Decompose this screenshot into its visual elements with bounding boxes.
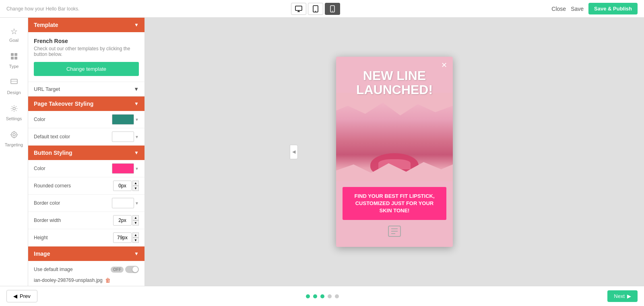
sidebar-item-type[interactable]: Type: [0, 47, 28, 74]
popup-cta-button[interactable]: FIND YOUR BEST FIT LIPSTICK, CUSTOMIZED …: [343, 187, 446, 220]
dot-3[interactable]: [320, 294, 324, 298]
sidebar-item-goal[interactable]: ☆ Goal: [0, 22, 28, 47]
url-target-section[interactable]: URL Target ▼: [28, 82, 144, 97]
sidebar-item-type-label: Type: [9, 64, 19, 69]
popup-preview: ✕ NEW LINE LAUNCHED! FIND YOUR BEST FIT …: [336, 57, 453, 247]
border-width-row: Border width ▲ ▼: [28, 212, 144, 229]
panel-collapse-btn[interactable]: ◀: [290, 145, 298, 159]
desktop-device-btn[interactable]: [291, 3, 306, 15]
border-color-swatch[interactable]: [112, 198, 134, 208]
border-width-down[interactable]: ▼: [132, 220, 139, 226]
default-text-color-label: Default text color: [34, 134, 70, 140]
color-swatch[interactable]: [112, 114, 134, 125]
tablet-device-btn[interactable]: [308, 3, 323, 15]
use-default-toggle[interactable]: OFF: [111, 266, 139, 273]
btn-color-row: Color ▼: [28, 160, 144, 177]
save-button[interactable]: Save: [571, 6, 584, 12]
next-button[interactable]: Next ▶: [607, 290, 638, 302]
device-switcher: [291, 3, 340, 15]
dot-4[interactable]: [328, 294, 332, 298]
delete-image-icon[interactable]: 🗑: [105, 277, 111, 283]
dot-2[interactable]: [313, 294, 317, 298]
topbar-actions: Close Save Save & Publish: [551, 3, 638, 14]
url-target-chevron-icon: ▼: [134, 86, 139, 92]
svg-point-15: [13, 133, 15, 136]
close-button[interactable]: Close: [551, 6, 566, 12]
image-section-header[interactable]: Image ▼: [28, 246, 144, 261]
color-picker[interactable]: ▼: [112, 114, 139, 125]
sidebar-item-settings[interactable]: Settings: [0, 100, 28, 126]
default-text-color-row: Default text color ▼: [28, 128, 144, 146]
next-label: Next: [614, 293, 625, 299]
template-name: French Rose: [34, 38, 139, 44]
url-target-label: URL Target: [34, 86, 60, 92]
toggle-knob: [132, 267, 138, 272]
button-styling-label: Button Styling: [34, 150, 72, 156]
popup-close-icon[interactable]: ✕: [441, 61, 447, 70]
border-width-up[interactable]: ▲: [132, 215, 139, 220]
publish-button[interactable]: Save & Publish: [588, 3, 638, 14]
use-default-image-label: Use default image: [34, 267, 73, 272]
svg-rect-10: [14, 57, 17, 60]
text-color-swatch[interactable]: [112, 131, 134, 142]
border-width-input[interactable]: [113, 215, 132, 226]
dot-5[interactable]: [335, 294, 339, 298]
btn-color-picker[interactable]: ▼: [112, 163, 139, 174]
design-icon: [10, 78, 18, 88]
border-width-spin: ▲ ▼: [132, 215, 139, 226]
svg-point-4: [315, 11, 316, 12]
height-row: Height ▲ ▼: [28, 229, 144, 246]
prev-button[interactable]: ◀ Prev: [6, 290, 37, 302]
btn-color-dropdown-icon[interactable]: ▼: [135, 166, 139, 171]
progress-dots: [306, 294, 339, 298]
image-header-label: Image: [34, 251, 50, 257]
sidebar-item-design[interactable]: Design: [0, 74, 28, 100]
page-takeover-label: Page Takeover Styling: [34, 101, 93, 107]
svg-point-6: [332, 10, 333, 11]
border-color-picker[interactable]: ▼: [112, 198, 139, 208]
template-section-header[interactable]: Template ▼: [28, 18, 144, 32]
svg-rect-7: [11, 53, 14, 56]
height-input-group: ▲ ▼: [113, 232, 139, 243]
border-width-label: Border width: [34, 218, 61, 223]
image-chevron-icon: ▼: [134, 251, 139, 257]
dot-1[interactable]: [306, 294, 310, 298]
rounded-corners-input-group: ▲ ▼: [113, 181, 139, 191]
image-filename-row: ian-dooley-298769-unsplash.jpg 🗑: [34, 277, 139, 283]
border-color-dropdown-icon[interactable]: ▼: [135, 201, 139, 205]
height-input[interactable]: [113, 232, 132, 243]
rounded-corners-down[interactable]: ▼: [132, 186, 139, 191]
sidebar-nav: ☆ Goal Type Design Settings Targeting: [0, 18, 28, 286]
image-section-body: Use default image OFF ian-dooley-298769-…: [28, 261, 144, 286]
toggle-state-label: OFF: [111, 267, 124, 273]
border-color-label: Border color: [34, 200, 60, 206]
prev-arrow-icon: ◀: [13, 293, 17, 299]
page-takeover-header[interactable]: Page Takeover Styling ▼: [28, 97, 144, 111]
rounded-corners-input[interactable]: [113, 181, 132, 191]
popup-image-area: [336, 93, 453, 181]
btn-color-label: Color: [34, 166, 45, 171]
use-default-image-row: Use default image OFF: [34, 266, 139, 273]
height-up[interactable]: ▲: [132, 232, 139, 238]
toggle-box[interactable]: [125, 266, 139, 273]
button-styling-header[interactable]: Button Styling ▼: [28, 146, 144, 160]
goal-icon: ☆: [10, 27, 18, 36]
template-section-body: French Rose Check out our other template…: [28, 32, 144, 82]
color-dropdown-icon[interactable]: ▼: [135, 117, 139, 122]
height-down[interactable]: ▼: [132, 238, 139, 243]
sidebar-item-targeting[interactable]: Targeting: [0, 126, 28, 152]
height-spin: ▲ ▼: [132, 232, 139, 243]
text-color-picker[interactable]: ▼: [112, 131, 139, 142]
rounded-corners-up[interactable]: ▲: [132, 181, 139, 186]
change-template-button[interactable]: Change template: [34, 62, 139, 76]
height-label: Height: [34, 235, 48, 240]
rounded-corners-row: Rounded corners ▲ ▼: [28, 177, 144, 195]
main-layout: ☆ Goal Type Design Settings Targeting: [0, 18, 644, 286]
template-description: Check out our other templates by clickin…: [34, 46, 139, 57]
sidebar-item-goal-label: Goal: [9, 38, 19, 43]
mobile-device-btn[interactable]: [325, 3, 340, 15]
topbar: Change how your Hello Bar looks. Close S…: [0, 0, 644, 18]
btn-color-swatch[interactable]: [112, 163, 134, 174]
topbar-hint: Change how your Hello Bar looks.: [6, 6, 79, 12]
text-color-dropdown-icon[interactable]: ▼: [135, 135, 139, 139]
